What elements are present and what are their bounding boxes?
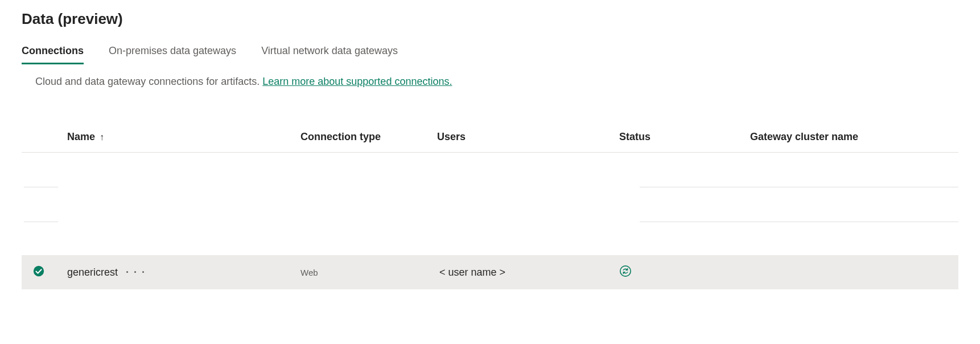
refresh-status-icon [619, 268, 632, 280]
table-empty-rows [22, 153, 958, 255]
row-name-value: genericrest [67, 267, 118, 279]
column-name[interactable]: Name ↑ [56, 131, 300, 143]
checkmark-circle-icon [32, 265, 45, 280]
svg-point-1 [620, 265, 631, 276]
column-users[interactable]: Users [437, 131, 619, 143]
column-gateway-cluster[interactable]: Gateway cluster name [750, 131, 958, 143]
column-name-label: Name [67, 131, 95, 143]
row-name-cell: genericrest · · · [56, 267, 300, 279]
row-status-cell [619, 265, 750, 280]
description-prefix: Cloud and data gateway connections for a… [35, 76, 262, 87]
row-selected-indicator[interactable] [22, 265, 56, 280]
learn-more-link[interactable]: Learn more about supported connections. [262, 76, 452, 87]
table-row[interactable]: genericrest · · · Web < user name > [22, 255, 958, 289]
sort-ascending-icon: ↑ [100, 132, 104, 142]
tab-connections[interactable]: Connections [22, 45, 84, 64]
tab-on-premises-gateways[interactable]: On-premises data gateways [109, 45, 236, 64]
page-title: Data (preview) [22, 10, 958, 28]
column-status[interactable]: Status [619, 131, 750, 143]
row-users-value: < user name > [437, 267, 619, 279]
connections-table: Name ↑ Connection type Users Status Gate… [22, 122, 958, 289]
column-connection-type[interactable]: Connection type [300, 131, 437, 143]
tab-virtual-network-gateways[interactable]: Virtual network data gateways [261, 45, 398, 64]
description-text: Cloud and data gateway connections for a… [35, 76, 958, 88]
row-connection-type-value: Web [300, 268, 437, 277]
tabs: Connections On-premises data gateways Vi… [22, 45, 958, 64]
table-header: Name ↑ Connection type Users Status Gate… [22, 122, 958, 153]
more-options-icon[interactable]: · · · [126, 267, 146, 279]
svg-point-0 [34, 265, 44, 276]
